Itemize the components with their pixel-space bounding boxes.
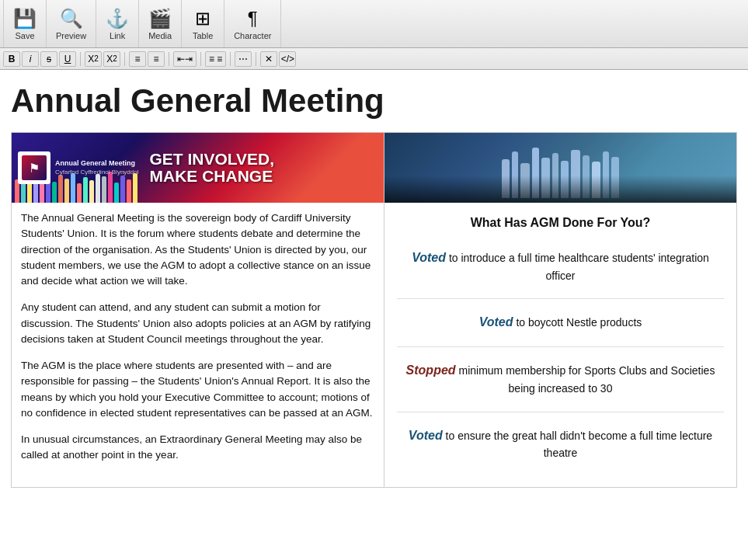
left-text-area[interactable]: The Annual General Meeting is the sovere… [12,203,384,471]
left-column: ⚑ Annual General Meeting Cyfarfod Cyffre… [12,133,384,487]
table-button[interactable]: ⊞ Table [182,0,224,47]
character-button[interactable]: ¶ Character [224,0,281,47]
right-column: What Has AGM Done For You? Voted to intr… [384,133,736,487]
link-icon: ⚓ [106,8,129,30]
org-logo: ⚑ [18,151,50,184]
save-button[interactable]: 💾 Save [3,0,47,47]
preview-button[interactable]: 🔍 Preview [47,0,96,47]
fmt-sep-5 [230,52,231,66]
left-banner: ⚑ Annual General Meeting Cyfarfod Cyffre… [12,133,384,203]
media-label: Media [148,31,172,40]
banner-org-name: Annual General Meeting Cyfarfod Cyffredi… [55,159,138,176]
agm-item-0: Voted to introduce a full time healthcar… [397,249,724,299]
formatbar: B i s U X2 X2 ≡ ≡ ⇤⇥ ≡ ≡ ⋯ ✕ </> [0,48,748,70]
align-buttons[interactable]: ≡ ≡ [205,51,226,67]
agm-text-1: to boycott Nestle products [516,316,642,329]
preview-label: Preview [56,31,86,40]
agm-item-2: Stopped minimum membership for Sports Cl… [397,361,724,412]
ordered-list-button[interactable]: ≡ [148,51,165,67]
preview-icon: 🔍 [60,8,83,30]
agm-text-3: to ensure the great hall didn't become a… [446,430,713,460]
para-1: The Annual General Meeting is the sovere… [21,210,374,289]
para-4: In unusual circumstances, an Extraordina… [21,432,374,464]
unordered-list-button[interactable]: ≡ [129,51,146,67]
table-icon: ⊞ [195,8,210,30]
toolbar: 💾 Save 🔍 Preview ⚓ Link 🎬 Media ⊞ Table … [0,0,748,48]
save-label: Save [15,31,34,40]
agm-text-2: minimum membership for Sports Clubs and … [458,364,715,395]
voted-label-1: Voted [479,315,513,329]
content-row: ⚑ Annual General Meeting Cyfarfod Cyffre… [11,132,737,488]
italic-button[interactable]: i [22,51,39,67]
superscript-button[interactable]: X2 [103,51,120,67]
media-button[interactable]: 🎬 Media [139,0,182,47]
link-button[interactable]: ⚓ Link [96,0,139,47]
right-banner-image [384,133,736,203]
fmt-sep-6 [256,52,256,66]
fmt-sep-3 [169,52,169,66]
right-banner [384,133,736,203]
indent-buttons[interactable]: ⇤⇥ [173,51,197,67]
underline-button[interactable]: U [59,51,76,67]
media-icon: 🎬 [148,8,172,30]
save-icon: 💾 [13,8,37,30]
stopped-label-2: Stopped [406,363,456,377]
fmt-sep-4 [200,52,201,66]
para-2: Any student can attend, and any student … [21,300,374,347]
right-header: What Has AGM Done For You? [397,214,724,233]
character-label: Character [234,31,271,40]
agm-item-3: Voted to ensure the great hall didn't be… [397,426,724,476]
voted-label-0: Voted [412,251,446,264]
voted-label-3: Voted [409,429,443,442]
agm-item-1: Voted to boycott Nestle products [397,313,724,347]
bold-button[interactable]: B [3,51,20,67]
editor-area: Annual General Meeting [0,70,748,560]
subscript-button[interactable]: X2 [85,51,102,67]
strikethrough-button[interactable]: s [40,51,57,67]
fmt-sep-1 [80,52,81,66]
banner-headline: GET INVOLVED, MAKE CHANGE [149,151,274,185]
clear-format-button[interactable]: ✕ [260,51,277,67]
source-button[interactable]: </> [279,51,296,67]
right-text-area: What Has AGM Done For You? Voted to intr… [384,203,736,487]
fmt-sep-2 [124,52,125,66]
more-buttons[interactable]: ⋯ [235,51,252,67]
para-3: The AGM is the place where students are … [21,358,374,421]
page-title: Annual General Meeting [11,82,737,120]
agm-text-0: to introduce a full time healthcare stud… [449,252,709,282]
link-label: Link [110,31,125,40]
character-icon: ¶ [248,8,258,30]
table-label: Table [193,31,213,40]
